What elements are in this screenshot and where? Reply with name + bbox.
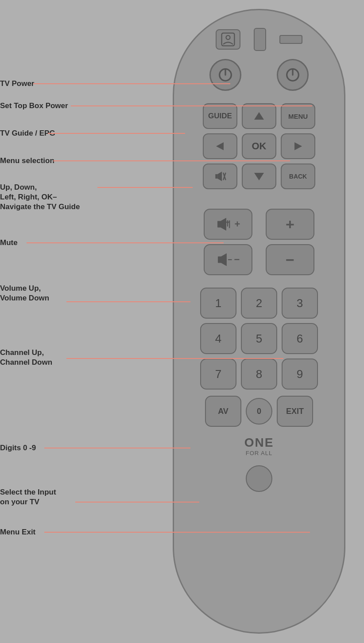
- top-icons-row: [216, 28, 302, 51]
- remote-control: GUIDE MENU OK: [173, 9, 345, 634]
- digit-9-button[interactable]: 9: [282, 359, 318, 390]
- mute-pointer: [27, 242, 224, 243]
- mute-button[interactable]: [203, 164, 237, 189]
- volume-channel-section: + + − + −: [204, 209, 314, 275]
- digit-2-button[interactable]: 2: [241, 288, 277, 319]
- tv-power-pointer: [33, 83, 230, 84]
- navigate-pointer: [97, 187, 193, 188]
- volume-label: Volume Up, Volume Down: [0, 284, 49, 303]
- channel-pointer: [66, 358, 283, 359]
- exit-button[interactable]: EXIT: [277, 396, 313, 427]
- digit-6-button[interactable]: 6: [282, 323, 318, 354]
- channel-group: + −: [266, 209, 314, 275]
- tv-power-label: TV Power: [0, 79, 34, 89]
- ok-button[interactable]: OK: [242, 133, 276, 159]
- brand-for-all-text: FOR ALL: [246, 450, 272, 456]
- power-row: [209, 59, 309, 91]
- mute-label: Mute: [0, 238, 18, 248]
- channel-up-button[interactable]: +: [266, 209, 314, 240]
- profile-button[interactable]: [216, 29, 240, 50]
- svg-marker-10: [217, 171, 222, 181]
- svg-marker-14: [217, 221, 221, 227]
- bottom-row: AV 0 EXIT: [205, 396, 313, 427]
- guide-row: GUIDE MENU: [203, 103, 315, 129]
- channel-label: Channel Up, Channel Down: [0, 348, 52, 367]
- set-top-box-power-pointer: [71, 105, 312, 106]
- menu-exit-pointer: [44, 532, 310, 533]
- bottom-circle-button[interactable]: [246, 465, 272, 492]
- volume-group: + + −: [204, 209, 252, 275]
- digits-label: Digits 0 -9: [0, 443, 36, 453]
- select-input-label: Select the Input on your TV: [0, 487, 56, 507]
- set-top-box-power-label: Set Top Box Power: [0, 101, 68, 111]
- volume-up-button[interactable]: + +: [204, 209, 252, 240]
- battery-icon: [254, 28, 266, 51]
- svg-point-1: [226, 35, 230, 39]
- digit-3-button[interactable]: 3: [282, 288, 318, 319]
- svg-marker-15: [221, 218, 226, 230]
- set-top-box-power-button[interactable]: [277, 59, 309, 91]
- brand-one-text: ONE: [244, 436, 274, 450]
- svg-marker-19: [218, 257, 221, 263]
- minus-icon: [279, 35, 302, 44]
- tv-guide-label: TV Guide / EPG: [0, 129, 55, 138]
- volume-down-button[interactable]: −: [204, 244, 252, 275]
- av-button[interactable]: AV: [205, 396, 241, 427]
- volume-pointer: [66, 301, 190, 302]
- number-pad: 1 2 3 4 5 6 7 8 9: [200, 288, 318, 390]
- digit-1-button[interactable]: 1: [200, 288, 236, 319]
- digit-7-button[interactable]: 7: [200, 359, 236, 390]
- mute-row: BACK: [203, 164, 315, 189]
- navigation-section: GUIDE MENU OK: [203, 103, 315, 194]
- brand-logo: ONE FOR ALL: [244, 436, 274, 456]
- digit-0-button[interactable]: 0: [246, 398, 272, 425]
- ok-row: OK: [203, 133, 315, 159]
- tv-power-button[interactable]: [209, 59, 241, 91]
- svg-marker-7: [216, 142, 224, 150]
- digit-5-button[interactable]: 5: [241, 323, 277, 354]
- channel-down-button[interactable]: −: [266, 244, 314, 275]
- svg-marker-20: [221, 253, 226, 266]
- menu-exit-label: Menu Exit: [0, 527, 35, 537]
- up-button[interactable]: [242, 103, 276, 129]
- digit-4-button[interactable]: 4: [200, 323, 236, 354]
- digit-8-button[interactable]: 8: [241, 359, 277, 390]
- navigate-label: Up, Down, Left, Right, OK– Navigate the …: [0, 183, 80, 212]
- svg-marker-6: [254, 112, 264, 120]
- svg-text:+: +: [225, 218, 229, 226]
- down-button[interactable]: [242, 164, 276, 189]
- menu-selection-label: Menu selection: [0, 156, 54, 166]
- tv-guide-pointer: [48, 133, 185, 134]
- svg-marker-9: [215, 174, 217, 179]
- guide-button[interactable]: GUIDE: [203, 103, 237, 129]
- select-input-pointer: [75, 502, 199, 503]
- back-button[interactable]: BACK: [281, 164, 315, 189]
- svg-marker-8: [294, 142, 302, 150]
- svg-marker-13: [254, 173, 264, 180]
- right-button[interactable]: [281, 133, 315, 159]
- left-button[interactable]: [203, 133, 237, 159]
- digits-pointer: [44, 448, 190, 448]
- menu-button[interactable]: MENU: [281, 103, 315, 129]
- menu-selection-pointer: [53, 160, 290, 161]
